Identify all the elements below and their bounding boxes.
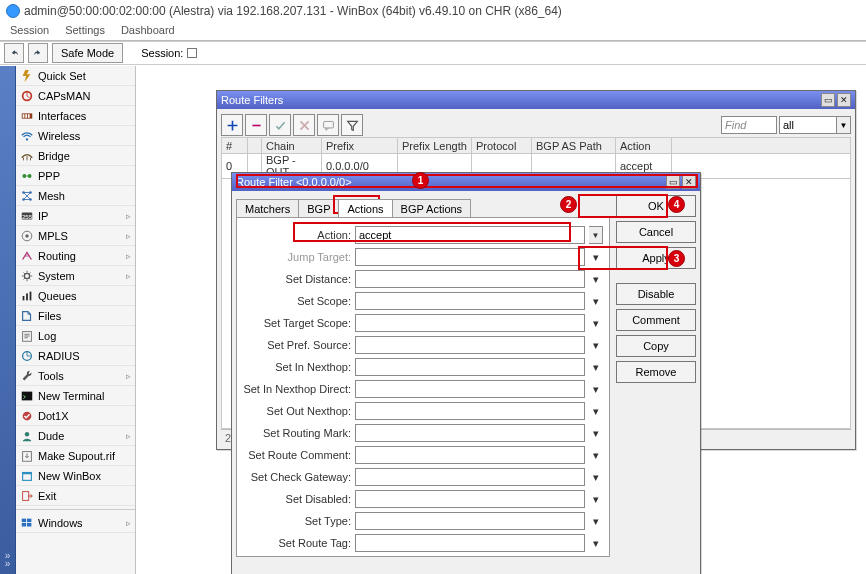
label-pref_source: Set Pref. Source:	[243, 339, 351, 351]
tab-bgp-actions[interactable]: BGP Actions	[392, 199, 472, 217]
tab-bgp[interactable]: BGP	[298, 199, 339, 217]
column-header[interactable]: Protocol	[472, 138, 532, 154]
field-scope[interactable]	[355, 292, 585, 310]
minimize-button[interactable]: ▭	[666, 175, 680, 189]
sidebar-item-capsman[interactable]: CAPsMAN	[16, 86, 135, 106]
sidebar-item-new-terminal[interactable]: New Terminal	[16, 386, 135, 406]
redo-button[interactable]	[28, 43, 48, 63]
field-target_scope[interactable]	[355, 314, 585, 332]
dialog-titlebar[interactable]: Route Filter <0.0.0.0/0> ▭ ✕	[232, 173, 700, 191]
field-out_nexthop[interactable]	[355, 402, 585, 420]
column-header[interactable]	[248, 138, 262, 154]
tab-matchers[interactable]: Matchers	[236, 199, 299, 217]
field-type[interactable]	[355, 512, 585, 530]
find-input[interactable]: Find	[721, 116, 777, 134]
enable-button[interactable]	[269, 114, 291, 136]
add-button[interactable]	[221, 114, 243, 136]
svg-rect-29	[22, 518, 26, 522]
sidebar-item-routing[interactable]: Routing▹	[16, 246, 135, 266]
apply-button[interactable]: Apply	[616, 247, 696, 269]
menu-session[interactable]: Session	[4, 22, 55, 40]
menu-dashboard[interactable]: Dashboard	[115, 22, 181, 40]
cancel-button[interactable]: Cancel	[616, 221, 696, 243]
field-routing_mark[interactable]	[355, 424, 585, 442]
action-value[interactable]	[356, 227, 584, 243]
column-header[interactable]: Action	[616, 138, 672, 154]
sidebar-item-label: Exit	[38, 490, 56, 502]
field-pref_source[interactable]	[355, 336, 585, 354]
close-button[interactable]: ✕	[837, 93, 851, 107]
expand-arrow-icon[interactable]: ▾	[589, 512, 603, 530]
sidebar-item-mpls[interactable]: MPLS▹	[16, 226, 135, 246]
dialog-tabs: Matchers BGP Actions BGP Actions	[236, 195, 610, 217]
column-header[interactable]: Prefix	[322, 138, 398, 154]
column-header[interactable]: BGP AS Path	[532, 138, 616, 154]
disable-button[interactable]	[293, 114, 315, 136]
minimize-button[interactable]: ▭	[821, 93, 835, 107]
ok-button[interactable]: OK	[616, 195, 696, 217]
label-in_nexthop_direct: Set In Nexthop Direct:	[243, 383, 351, 395]
safe-mode-button[interactable]: Safe Mode	[52, 43, 123, 63]
sidebar-item-system[interactable]: System▹	[16, 266, 135, 286]
remove-button[interactable]	[245, 114, 267, 136]
expand-arrow-icon[interactable]: ▾	[589, 248, 603, 266]
sidebar-item-make-supout-rif[interactable]: Make Supout.rif	[16, 446, 135, 466]
expand-arrow-icon[interactable]: ▾	[589, 490, 603, 508]
sidebar-item-files[interactable]: Files	[16, 306, 135, 326]
sidebar-item-tools[interactable]: Tools▹	[16, 366, 135, 386]
session-checkbox[interactable]	[187, 48, 197, 58]
field-check_gateway[interactable]	[355, 468, 585, 486]
column-header[interactable]	[672, 138, 851, 154]
tab-actions[interactable]: Actions	[338, 199, 392, 217]
sidebar-item-dude[interactable]: Dude▹	[16, 426, 135, 446]
menu-settings[interactable]: Settings	[59, 22, 111, 40]
expand-arrow-icon[interactable]: ▾	[589, 380, 603, 398]
sidebar-item-bridge[interactable]: Bridge	[16, 146, 135, 166]
chevron-updown-icon[interactable]: ▼	[589, 226, 603, 244]
expand-arrow-icon[interactable]: ▾	[589, 292, 603, 310]
sidebar-item-log[interactable]: Log	[16, 326, 135, 346]
expand-arrow-icon[interactable]: ▾	[589, 314, 603, 332]
sidebar-item-queues[interactable]: Queues	[16, 286, 135, 306]
field-in_nexthop_direct[interactable]	[355, 380, 585, 398]
expand-arrow-icon[interactable]: ▾	[589, 336, 603, 354]
close-button[interactable]: ✕	[682, 175, 696, 189]
sidebar-item-ip[interactable]: 255IP▹	[16, 206, 135, 226]
sidebar-item-dot1x[interactable]: Dot1X	[16, 406, 135, 426]
comment-button[interactable]: Comment	[616, 309, 696, 331]
field-in_nexthop[interactable]	[355, 358, 585, 376]
expand-arrow-icon[interactable]: ▾	[589, 424, 603, 442]
filter-combo[interactable]: ▼	[779, 116, 851, 134]
expand-arrow-icon[interactable]: ▾	[589, 270, 603, 288]
sidebar-item-exit[interactable]: Exit	[16, 486, 135, 506]
expand-arrow-icon[interactable]: ▾	[589, 358, 603, 376]
remove-item-button[interactable]: Remove	[616, 361, 696, 383]
expand-arrow-icon[interactable]: ▾	[589, 402, 603, 420]
column-header[interactable]: Chain	[262, 138, 322, 154]
filter-combo-value[interactable]	[780, 117, 836, 133]
field-route_comment[interactable]	[355, 446, 585, 464]
sidebar-item-interfaces[interactable]: Interfaces	[16, 106, 135, 126]
expand-arrow-icon[interactable]: ▾	[589, 534, 603, 552]
sidebar-item-windows[interactable]: Windows▹	[16, 513, 135, 533]
sidebar-item-ppp[interactable]: PPP	[16, 166, 135, 186]
column-header[interactable]: #	[222, 138, 248, 154]
filter-button[interactable]	[341, 114, 363, 136]
expand-arrow-icon[interactable]: ▾	[589, 468, 603, 486]
action-combo[interactable]	[355, 226, 585, 244]
comment-button[interactable]	[317, 114, 339, 136]
disable-button[interactable]: Disable	[616, 283, 696, 305]
sidebar-item-new-winbox[interactable]: New WinBox	[16, 466, 135, 486]
sidebar-item-radius[interactable]: RADIUS	[16, 346, 135, 366]
sidebar-item-mesh[interactable]: Mesh	[16, 186, 135, 206]
expand-arrow-icon[interactable]: ▾	[589, 446, 603, 464]
sidebar-item-wireless[interactable]: Wireless	[16, 126, 135, 146]
field-disabled[interactable]	[355, 490, 585, 508]
field-route_tag[interactable]	[355, 534, 585, 552]
column-header[interactable]: Prefix Length	[398, 138, 472, 154]
copy-button[interactable]: Copy	[616, 335, 696, 357]
sidebar-item-quick-set[interactable]: Quick Set	[16, 66, 135, 86]
undo-button[interactable]	[4, 43, 24, 63]
window-titlebar[interactable]: Route Filters ▭ ✕	[217, 91, 855, 109]
field-distance[interactable]	[355, 270, 585, 288]
